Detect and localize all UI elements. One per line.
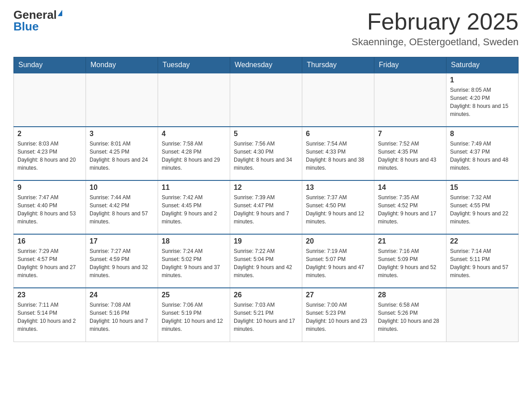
title-section: February 2025 Skaenninge, OEstergoetland… (352, 9, 519, 48)
day-number-4: 4 (162, 130, 226, 138)
day-cell-4-2: 25Sunrise: 7:06 AM Sunset: 5:19 PM Dayli… (158, 288, 230, 342)
day-info-6: Sunrise: 7:54 AM Sunset: 4:33 PM Dayligh… (306, 140, 370, 172)
day-info-25: Sunrise: 7:06 AM Sunset: 5:19 PM Dayligh… (162, 301, 226, 333)
day-cell-1-1: 3Sunrise: 8:01 AM Sunset: 4:25 PM Daylig… (86, 127, 158, 180)
header-monday: Monday (86, 57, 158, 73)
day-info-2: Sunrise: 8:03 AM Sunset: 4:23 PM Dayligh… (17, 140, 82, 172)
logo: General Blue (13, 9, 62, 32)
day-number-12: 12 (234, 184, 298, 192)
header-thursday: Thursday (302, 57, 374, 73)
calendar-subtitle: Skaenninge, OEstergoetland, Sweden (352, 36, 519, 48)
calendar-table: Sunday Monday Tuesday Wednesday Thursday… (13, 57, 519, 342)
week-row-0: 1Sunrise: 8:05 AM Sunset: 4:20 PM Daylig… (14, 73, 519, 127)
header-tuesday: Tuesday (158, 57, 230, 73)
day-info-17: Sunrise: 7:27 AM Sunset: 4:59 PM Dayligh… (90, 247, 154, 279)
day-number-26: 26 (234, 291, 298, 299)
header-wednesday: Wednesday (230, 57, 302, 73)
day-info-11: Sunrise: 7:42 AM Sunset: 4:45 PM Dayligh… (162, 193, 226, 226)
day-number-15: 15 (450, 184, 515, 192)
day-cell-1-0: 2Sunrise: 8:03 AM Sunset: 4:23 PM Daylig… (14, 127, 86, 180)
day-info-12: Sunrise: 7:39 AM Sunset: 4:47 PM Dayligh… (234, 193, 298, 226)
day-info-10: Sunrise: 7:44 AM Sunset: 4:42 PM Dayligh… (90, 193, 154, 226)
day-info-18: Sunrise: 7:24 AM Sunset: 5:02 PM Dayligh… (162, 247, 226, 279)
header-friday: Friday (374, 57, 446, 73)
day-cell-3-6: 22Sunrise: 7:14 AM Sunset: 5:11 PM Dayli… (446, 234, 519, 288)
logo-triangle-icon (58, 10, 62, 16)
week-row-3: 16Sunrise: 7:29 AM Sunset: 4:57 PM Dayli… (14, 234, 519, 288)
day-number-17: 17 (90, 237, 154, 245)
day-info-28: Sunrise: 6:58 AM Sunset: 5:26 PM Dayligh… (378, 301, 442, 333)
day-info-5: Sunrise: 7:56 AM Sunset: 4:30 PM Dayligh… (234, 140, 298, 172)
day-info-9: Sunrise: 7:47 AM Sunset: 4:40 PM Dayligh… (17, 193, 82, 226)
day-cell-0-3 (230, 73, 302, 127)
day-info-14: Sunrise: 7:35 AM Sunset: 4:52 PM Dayligh… (378, 193, 442, 226)
day-number-9: 9 (17, 184, 82, 192)
day-cell-1-3: 5Sunrise: 7:56 AM Sunset: 4:30 PM Daylig… (230, 127, 302, 180)
day-number-18: 18 (162, 237, 226, 245)
day-cell-2-6: 15Sunrise: 7:32 AM Sunset: 4:55 PM Dayli… (446, 180, 519, 234)
day-cell-0-4 (302, 73, 374, 127)
day-cell-3-0: 16Sunrise: 7:29 AM Sunset: 4:57 PM Dayli… (14, 234, 86, 288)
day-number-13: 13 (306, 184, 370, 192)
day-cell-0-0 (14, 73, 86, 127)
day-number-6: 6 (306, 130, 370, 138)
day-number-22: 22 (450, 237, 515, 245)
day-info-13: Sunrise: 7:37 AM Sunset: 4:50 PM Dayligh… (306, 193, 370, 226)
day-number-20: 20 (306, 237, 370, 245)
day-cell-4-5: 28Sunrise: 6:58 AM Sunset: 5:26 PM Dayli… (374, 288, 446, 342)
day-number-10: 10 (90, 184, 154, 192)
day-number-2: 2 (17, 130, 82, 138)
day-cell-3-2: 18Sunrise: 7:24 AM Sunset: 5:02 PM Dayli… (158, 234, 230, 288)
page-header: General Blue February 2025 Skaenninge, O… (13, 9, 519, 48)
day-info-24: Sunrise: 7:08 AM Sunset: 5:16 PM Dayligh… (90, 301, 154, 333)
day-info-23: Sunrise: 7:11 AM Sunset: 5:14 PM Dayligh… (17, 301, 82, 333)
day-info-15: Sunrise: 7:32 AM Sunset: 4:55 PM Dayligh… (450, 193, 515, 226)
day-number-19: 19 (234, 237, 298, 245)
day-cell-0-2 (158, 73, 230, 127)
day-number-3: 3 (90, 130, 154, 138)
day-info-16: Sunrise: 7:29 AM Sunset: 4:57 PM Dayligh… (17, 247, 82, 279)
day-number-21: 21 (378, 237, 442, 245)
header-sunday: Sunday (14, 57, 86, 73)
day-cell-3-5: 21Sunrise: 7:16 AM Sunset: 5:09 PM Dayli… (374, 234, 446, 288)
week-row-1: 2Sunrise: 8:03 AM Sunset: 4:23 PM Daylig… (14, 127, 519, 180)
logo-general: General (13, 9, 57, 21)
day-cell-4-1: 24Sunrise: 7:08 AM Sunset: 5:16 PM Dayli… (86, 288, 158, 342)
day-cell-3-3: 19Sunrise: 7:22 AM Sunset: 5:04 PM Dayli… (230, 234, 302, 288)
day-cell-0-5 (374, 73, 446, 127)
day-number-5: 5 (234, 130, 298, 138)
day-cell-0-6: 1Sunrise: 8:05 AM Sunset: 4:20 PM Daylig… (446, 73, 519, 127)
day-cell-2-3: 12Sunrise: 7:39 AM Sunset: 4:47 PM Dayli… (230, 180, 302, 234)
day-info-22: Sunrise: 7:14 AM Sunset: 5:11 PM Dayligh… (450, 247, 515, 279)
day-cell-4-4: 27Sunrise: 7:00 AM Sunset: 5:23 PM Dayli… (302, 288, 374, 342)
day-number-24: 24 (90, 291, 154, 299)
day-cell-1-2: 4Sunrise: 7:58 AM Sunset: 4:28 PM Daylig… (158, 127, 230, 180)
calendar-title: February 2025 (352, 9, 519, 34)
day-number-25: 25 (162, 291, 226, 299)
day-number-1: 1 (450, 76, 515, 84)
day-number-16: 16 (17, 237, 82, 245)
day-info-1: Sunrise: 8:05 AM Sunset: 4:20 PM Dayligh… (450, 86, 515, 118)
logo-blue: Blue (13, 21, 39, 32)
day-info-3: Sunrise: 8:01 AM Sunset: 4:25 PM Dayligh… (90, 140, 154, 172)
day-cell-1-6: 8Sunrise: 7:49 AM Sunset: 4:37 PM Daylig… (446, 127, 519, 180)
calendar-header-row: Sunday Monday Tuesday Wednesday Thursday… (14, 57, 519, 73)
day-cell-2-4: 13Sunrise: 7:37 AM Sunset: 4:50 PM Dayli… (302, 180, 374, 234)
day-info-20: Sunrise: 7:19 AM Sunset: 5:07 PM Dayligh… (306, 247, 370, 279)
day-info-7: Sunrise: 7:52 AM Sunset: 4:35 PM Dayligh… (378, 140, 442, 172)
day-info-26: Sunrise: 7:03 AM Sunset: 5:21 PM Dayligh… (234, 301, 298, 333)
day-cell-2-5: 14Sunrise: 7:35 AM Sunset: 4:52 PM Dayli… (374, 180, 446, 234)
day-info-8: Sunrise: 7:49 AM Sunset: 4:37 PM Dayligh… (450, 140, 515, 172)
week-row-2: 9Sunrise: 7:47 AM Sunset: 4:40 PM Daylig… (14, 180, 519, 234)
day-cell-2-2: 11Sunrise: 7:42 AM Sunset: 4:45 PM Dayli… (158, 180, 230, 234)
day-number-7: 7 (378, 130, 442, 138)
day-info-19: Sunrise: 7:22 AM Sunset: 5:04 PM Dayligh… (234, 247, 298, 279)
day-number-23: 23 (17, 291, 82, 299)
day-cell-4-6 (446, 288, 519, 342)
day-cell-4-3: 26Sunrise: 7:03 AM Sunset: 5:21 PM Dayli… (230, 288, 302, 342)
day-number-28: 28 (378, 291, 442, 299)
week-row-4: 23Sunrise: 7:11 AM Sunset: 5:14 PM Dayli… (14, 288, 519, 342)
day-number-11: 11 (162, 184, 226, 192)
day-cell-1-5: 7Sunrise: 7:52 AM Sunset: 4:35 PM Daylig… (374, 127, 446, 180)
day-number-14: 14 (378, 184, 442, 192)
